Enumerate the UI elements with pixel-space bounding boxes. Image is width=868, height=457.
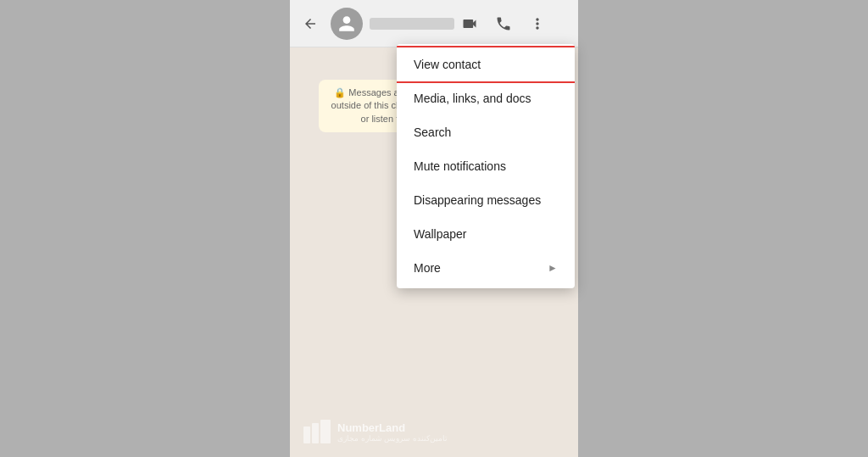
more-options-button[interactable] [522, 8, 553, 39]
menu-item-wallpaper[interactable]: Wallpaper [397, 217, 575, 251]
header-actions [454, 8, 553, 39]
watermark-tagline: تامین‌کننده سرویس شماره مجازی [337, 434, 448, 443]
voice-call-button[interactable] [488, 8, 519, 39]
contact-name [370, 18, 454, 30]
menu-item-mute[interactable]: Mute notifications [397, 149, 575, 183]
context-menu: View contact Media, links, and docs Sear… [397, 44, 575, 288]
video-call-button[interactable] [454, 8, 485, 39]
lock-icon: 🔒 [334, 87, 346, 98]
back-button[interactable] [297, 10, 324, 37]
menu-item-view-contact[interactable]: View contact [397, 47, 575, 81]
menu-item-media[interactable]: Media, links, and docs [397, 81, 575, 115]
chat-header [290, 0, 578, 47]
watermark: NumberLand تامین‌کننده سرویس شماره مجازی [303, 420, 448, 443]
menu-item-disappearing[interactable]: Disappearing messages [397, 183, 575, 217]
contact-avatar [331, 8, 363, 40]
svg-rect-1 [312, 423, 319, 443]
more-chevron-icon: ► [548, 262, 558, 274]
svg-rect-2 [320, 420, 331, 443]
watermark-name: NumberLand [337, 421, 448, 434]
menu-item-search[interactable]: Search [397, 115, 575, 149]
menu-item-more[interactable]: More ► [397, 251, 575, 285]
watermark-logo [303, 420, 331, 443]
svg-rect-0 [303, 426, 310, 443]
